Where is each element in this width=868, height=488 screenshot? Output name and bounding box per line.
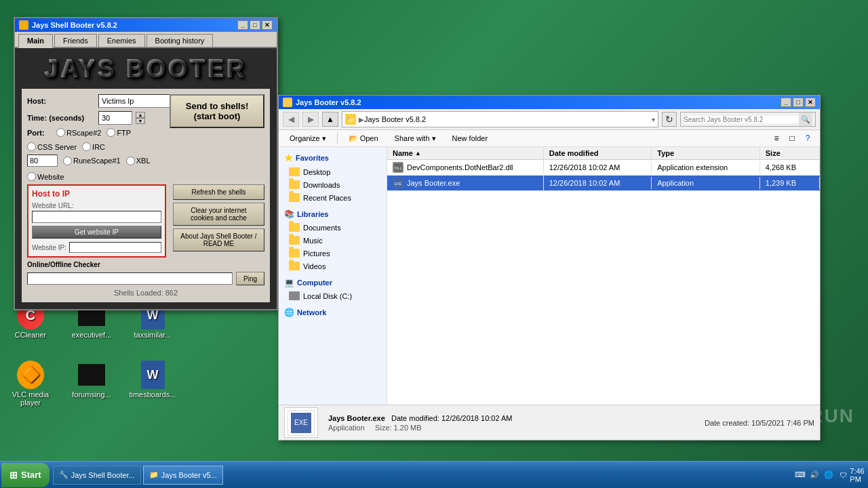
- computer-icon: 💻: [284, 278, 294, 287]
- tab-main[interactable]: Main: [18, 34, 53, 48]
- up-button[interactable]: ▲: [322, 112, 338, 127]
- col-header-name[interactable]: Name ▲: [387, 147, 544, 159]
- volume-tray-icon[interactable]: 🔊: [809, 470, 820, 481]
- new-folder-button[interactable]: New folder: [447, 133, 494, 144]
- desktop-icon-vlc[interactable]: 🔶 VLC media player: [7, 361, 54, 407]
- radio-runescape1[interactable]: RuneScape#1: [63, 157, 121, 165]
- port-input[interactable]: [27, 155, 58, 167]
- back-button[interactable]: ◀: [283, 112, 299, 127]
- table-row[interactable]: EXE Jays Booter.exe 12/26/2018 10:02 AM …: [387, 176, 820, 191]
- keyboard-tray-icon[interactable]: ⌨: [795, 470, 806, 481]
- sidebar-item-recent-places[interactable]: Recent Places: [279, 191, 387, 204]
- tab-booting-history[interactable]: Booting history: [146, 34, 214, 47]
- security-tray-icon[interactable]: 🛡: [837, 470, 848, 481]
- explorer-main: ★ Favorites Desktop Downloads Recent Pla…: [279, 147, 820, 405]
- radio-css-label: CSS Server: [37, 143, 77, 151]
- taskbar-task-explorer[interactable]: 📁 Jays Booter v5...: [143, 466, 223, 485]
- sidebar-favorites-header[interactable]: ★ Favorites: [279, 150, 387, 165]
- address-end-arrow[interactable]: ▾: [652, 116, 655, 123]
- explorer-refresh-button[interactable]: ↻: [662, 112, 677, 127]
- address-text: Jays Booter v5.8.2: [364, 115, 652, 123]
- send-btn-line2: (start boot): [178, 111, 256, 121]
- dll-size: 4,268 KB: [766, 163, 796, 171]
- host-label: Host:: [27, 97, 95, 105]
- start-label: Start: [21, 470, 41, 480]
- col-size-label: Size: [766, 149, 781, 157]
- radio-website-label: Website: [37, 173, 64, 181]
- time-input[interactable]: [98, 111, 132, 125]
- network-tray-icon[interactable]: 🌐: [823, 470, 834, 481]
- taskbar-task-booter[interactable]: 🔧 Jays Shell Booter...: [53, 466, 141, 485]
- sidebar-item-videos[interactable]: Videos: [279, 260, 387, 272]
- organize-label: Organize: [290, 134, 320, 142]
- sidebar-computer-group: 💻 Computer Local Disk (C:): [279, 276, 387, 302]
- refresh-shells-button[interactable]: Refresh the shells: [173, 184, 264, 200]
- address-folder-icon: 📁: [345, 114, 356, 125]
- host-to-ip-box: Host to IP Website URL: Get website IP W…: [27, 184, 166, 258]
- explorer-maximize-button[interactable]: □: [793, 98, 804, 107]
- send-column: Send to shells! (start boot): [170, 94, 264, 131]
- about-button[interactable]: About Jays Shell Booter / READ ME: [173, 228, 264, 251]
- radio-rscape2[interactable]: RScape#2: [56, 128, 101, 137]
- col-type-label: Type: [657, 149, 674, 157]
- open-button[interactable]: 📂 Open: [343, 133, 384, 144]
- preview-pane-button[interactable]: □: [785, 131, 799, 145]
- sidebar-desktop-label: Desktop: [303, 168, 330, 176]
- time-up-button[interactable]: ▲: [136, 112, 145, 118]
- radio-xbl[interactable]: XBL: [126, 157, 151, 165]
- desktop-icon-timesboards[interactable]: W timesboards...: [129, 361, 176, 407]
- col-header-type[interactable]: Type: [652, 147, 760, 159]
- get-website-ip-button[interactable]: Get website IP: [32, 226, 161, 239]
- task-booter-icon: 🔧: [59, 470, 68, 479]
- address-dropdown-arrow[interactable]: ▶: [359, 116, 364, 123]
- sidebar-libraries-header[interactable]: 📚 Libraries: [279, 207, 387, 221]
- send-to-shells-button[interactable]: Send to shells! (start boot): [170, 94, 264, 128]
- sidebar-item-local-disk[interactable]: Local Disk (C:): [279, 289, 387, 302]
- website-ip-input[interactable]: [69, 242, 161, 253]
- search-box[interactable]: 🔍: [680, 112, 816, 127]
- sidebar-videos-label: Videos: [303, 262, 326, 270]
- checker-input[interactable]: [27, 272, 233, 285]
- clear-cookies-button[interactable]: Clear your internet cookies and cache: [173, 203, 264, 226]
- tab-enemies[interactable]: Enemies: [98, 34, 145, 47]
- sidebar-item-desktop[interactable]: Desktop: [279, 165, 387, 178]
- radio-ftp[interactable]: FTP: [106, 128, 131, 137]
- organize-button[interactable]: Organize ▾: [284, 133, 332, 144]
- radio-irc[interactable]: IRC: [82, 142, 105, 151]
- search-button[interactable]: 🔍: [799, 113, 812, 126]
- booter-maximize-button[interactable]: □: [250, 20, 260, 30]
- taskbar: ⊞ Start 🔧 Jays Shell Booter... 📁 Jays Bo…: [0, 461, 868, 488]
- sidebar-favorites-group: ★ Favorites Desktop Downloads Recent Pla…: [279, 150, 387, 204]
- website-url-input[interactable]: [32, 211, 161, 223]
- sidebar-computer-header[interactable]: 💻 Computer: [279, 276, 387, 289]
- time-down-button[interactable]: ▼: [136, 118, 145, 124]
- desktop-icon-forumsing[interactable]: forumsing...: [68, 361, 115, 407]
- table-row[interactable]: DLL DevComponents.DotNetBar2.dll 12/26/2…: [387, 160, 820, 176]
- share-with-button[interactable]: Share with ▾: [389, 133, 441, 144]
- change-view-button[interactable]: ≡: [770, 131, 783, 145]
- explorer-close-button[interactable]: ✕: [805, 98, 816, 107]
- desktop-icon-executivef-label: executivef...: [72, 331, 112, 339]
- sidebar-item-pictures[interactable]: Pictures: [279, 247, 387, 260]
- start-button[interactable]: ⊞ Start: [1, 463, 50, 487]
- address-bar[interactable]: 📁 ▶ Jays Booter v5.8.2 ▾: [342, 111, 658, 127]
- tab-friends[interactable]: Friends: [54, 34, 97, 47]
- sidebar-network-header[interactable]: 🌐 Network: [279, 306, 387, 319]
- radio-website[interactable]: Website: [27, 172, 64, 181]
- explorer-minimize-button[interactable]: _: [781, 98, 791, 107]
- sidebar-item-music[interactable]: Music: [279, 234, 387, 247]
- sidebar-music-label: Music: [303, 237, 323, 245]
- radio-css[interactable]: CSS Server: [27, 142, 77, 151]
- windows-logo-icon: ⊞: [9, 470, 18, 481]
- search-input[interactable]: [684, 116, 799, 123]
- col-header-size[interactable]: Size: [760, 147, 820, 159]
- col-header-date[interactable]: Date modified: [544, 147, 652, 159]
- help-button[interactable]: ?: [801, 131, 814, 145]
- ping-button[interactable]: Ping: [236, 272, 264, 285]
- booter-close-button[interactable]: ✕: [262, 20, 273, 30]
- sidebar-item-downloads[interactable]: Downloads: [279, 178, 387, 191]
- sidebar-item-documents[interactable]: Documents: [279, 221, 387, 234]
- forward-button[interactable]: ▶: [302, 112, 319, 127]
- booter-minimize-button[interactable]: _: [237, 20, 248, 30]
- explorer-status-bar: EXE Jays Booter.exe Date modified: 12/26…: [279, 405, 820, 440]
